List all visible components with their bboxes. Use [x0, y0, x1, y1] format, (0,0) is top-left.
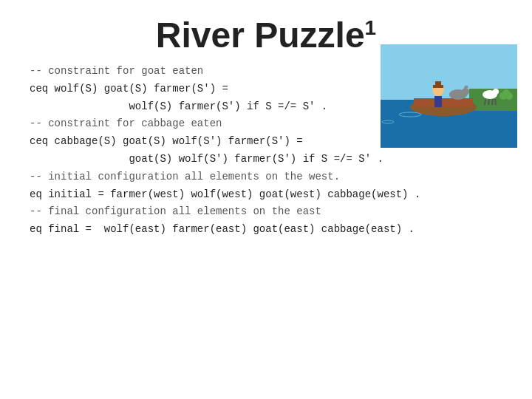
code-line: eq initial = farmer(west) wolf(west) goa…	[30, 186, 525, 204]
puzzle-illustration	[381, 44, 517, 148]
svg-rect-4	[414, 98, 473, 107]
code-line: eq final = wolf(east) farmer(east) goat(…	[30, 221, 525, 239]
svg-line-15	[485, 99, 485, 105]
title-text: River Puzzle	[156, 16, 365, 55]
code-line: -- initial configuration all elements on…	[30, 168, 525, 186]
svg-rect-6	[434, 96, 442, 107]
svg-point-14	[493, 89, 499, 95]
svg-line-17	[492, 99, 493, 105]
svg-line-18	[495, 99, 496, 105]
code-line: -- final configuration all elements on t…	[30, 203, 525, 221]
title-superscript: 1	[365, 16, 377, 39]
svg-point-10	[462, 88, 469, 95]
svg-line-16	[488, 99, 489, 105]
svg-rect-8	[435, 81, 441, 86]
svg-point-22	[502, 89, 510, 97]
code-line: goat(S) wolf(S') farmer(S') if S =/= S' …	[30, 151, 525, 168]
